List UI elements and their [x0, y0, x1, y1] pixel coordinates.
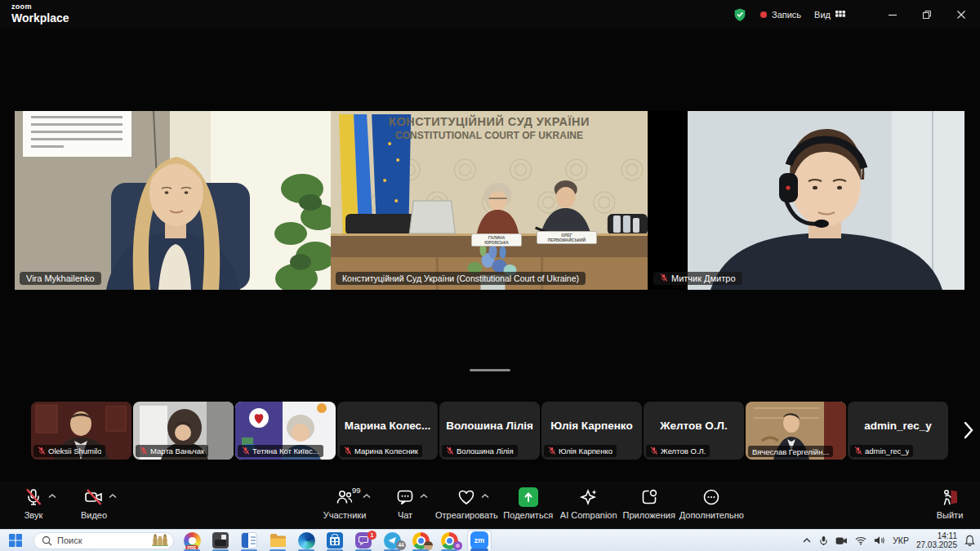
nameplate-yurovska: ГАЛИНАЮРОВСЬКА — [471, 233, 522, 247]
minimize-button[interactable] — [882, 4, 903, 25]
muted-mic-icon — [140, 447, 148, 455]
taskbar-clock[interactable]: 14:11 27.03.2025 — [916, 531, 957, 549]
chrome-icon[interactable] — [410, 530, 431, 551]
chrome-profile2-icon[interactable] — [439, 530, 460, 551]
apps-button[interactable]: Приложения — [619, 487, 679, 520]
filmstrip-next-page-button[interactable] — [960, 412, 977, 448]
telegram-icon[interactable]: 44 — [381, 530, 403, 551]
thumb-display-name: Желтов О.Л. — [644, 402, 744, 450]
system-tray: УКР 14:11 27.03.2025 — [802, 531, 975, 549]
file-explorer-icon[interactable] — [267, 530, 288, 551]
video-tile-court-active-speaker[interactable]: КОНСТИТУЦІЙНИЙ СУД УКРАЇНИ CONSTITUTIONA… — [331, 111, 648, 290]
edge-icon[interactable] — [296, 530, 317, 551]
leave-button[interactable]: Выйти — [931, 487, 969, 520]
muted-mic-icon — [446, 447, 454, 455]
video-button[interactable]: Видео — [69, 487, 118, 520]
react-button[interactable]: Отреагировать — [435, 487, 498, 520]
chat-caret[interactable] — [420, 491, 428, 500]
restore-button[interactable] — [916, 4, 938, 25]
video-scene-dmytro — [688, 111, 964, 290]
muted-mic-slot — [548, 447, 556, 456]
muted-mic-slot — [854, 447, 862, 456]
wifi-icon[interactable] — [855, 536, 866, 545]
app-dark-icon[interactable] — [210, 530, 231, 551]
filmstrip-tile-zheltov[interactable]: Желтов О.Л. Желтов О.Л. — [644, 402, 744, 460]
filmstrip-tile-voloshyna[interactable]: Волошина Лілія Волошина Лілія — [439, 402, 540, 460]
participants-button[interactable]: 99 Участники — [314, 487, 375, 520]
thumb-name: Юлія Карпенко — [559, 447, 612, 455]
tray-camera-icon[interactable] — [835, 536, 848, 545]
thumb-name: Марина Колесник — [354, 447, 418, 455]
tray-mic-icon[interactable] — [819, 535, 828, 546]
more-button[interactable]: Дополнительно — [679, 487, 744, 520]
controls-toolbar: Звук Видео — [0, 482, 980, 529]
participant-name: Vira Mykhailenko — [26, 273, 95, 283]
zoom-app-icon[interactable]: zm — [467, 530, 492, 551]
search-icon — [42, 535, 52, 546]
zoom-workplace-logo: zoom Workplace — [11, 3, 69, 24]
muted-mic-icon — [660, 273, 668, 282]
zoom-zm-glyph: zm — [470, 531, 488, 549]
chat-icon — [395, 487, 415, 507]
muted-mic-slot — [242, 447, 250, 456]
react-label: Отреагировать — [435, 510, 498, 520]
thumb-display-name: Волошина Лілія — [439, 402, 540, 450]
notifications-bell-icon[interactable] — [964, 535, 975, 546]
security-shield-icon[interactable] — [733, 7, 747, 22]
close-button[interactable] — [951, 4, 972, 25]
apps-icon — [639, 487, 659, 507]
view-label: Вид — [814, 10, 831, 20]
filmstrip-tile-admin[interactable]: admin_rec_y admin_rec_y — [848, 402, 948, 460]
more-label: Дополнительно — [679, 510, 744, 520]
muted-mic-icon — [344, 447, 352, 455]
filmstrip-tile-viacheslav[interactable]: Вячеслав Гергелійн... — [746, 402, 846, 460]
share-button[interactable]: Поделиться — [498, 487, 559, 520]
hidden-icons-chevron[interactable] — [802, 537, 812, 544]
store-icon[interactable] — [324, 530, 345, 551]
audio-button[interactable]: Звук — [9, 487, 58, 520]
taskbar-search[interactable]: Поиск — [33, 532, 174, 549]
volume-icon[interactable] — [874, 535, 885, 545]
recording-indicator[interactable]: Запись — [760, 10, 801, 20]
muted-mic-slot — [344, 447, 352, 456]
chevron-up-icon — [420, 494, 428, 499]
filmstrip-tile-oleksii[interactable]: Oleksii Shumilo — [31, 402, 131, 460]
view-button[interactable]: Вид — [814, 9, 846, 20]
audio-options-caret[interactable] — [48, 491, 56, 500]
video-label: Видео — [81, 510, 107, 520]
chat-label: Чат — [398, 510, 412, 520]
camera-muted-icon — [83, 487, 105, 507]
ai-companion-label: AI Companion — [560, 510, 617, 520]
start-button[interactable] — [5, 530, 26, 551]
video-options-caret[interactable] — [109, 491, 117, 500]
clock-date: 27.03.2025 — [916, 540, 957, 549]
more-ellipsis-icon — [702, 487, 721, 507]
video-tile-vira[interactable]: Vira Mykhailenko — [15, 111, 331, 290]
ai-companion-button[interactable]: AI Companion — [559, 487, 619, 520]
telegram-badge: 44 — [396, 540, 406, 550]
windows-logo-icon — [8, 533, 23, 548]
viber-icon[interactable]: 1 — [353, 530, 374, 551]
chat-button[interactable]: Чат — [375, 487, 435, 520]
filmstrip-tile-maryna[interactable]: Марина Колес... Марина Колесник — [337, 402, 438, 460]
react-caret[interactable] — [481, 491, 489, 500]
restore-icon — [922, 10, 932, 20]
mic-muted-icon — [24, 487, 43, 507]
thumb-name: Тетяна Кот Київс... — [252, 447, 319, 455]
gallery-resize-handle[interactable] — [470, 369, 510, 371]
chevron-up-icon — [109, 494, 117, 499]
app-paint-icon[interactable]: PRE — [181, 530, 203, 551]
muted-mic-slot — [660, 273, 668, 283]
search-highlight-image[interactable] — [151, 534, 169, 547]
app-blue-icon[interactable] — [238, 530, 260, 551]
filmstrip-tile-karpenko[interactable]: Юлія Карпенко Юлія Карпенко — [541, 402, 642, 460]
gallery-view-icon — [835, 9, 846, 20]
filmstrip-tile-tetiana[interactable]: Тетяна Кот Київс... — [235, 402, 336, 460]
video-tile-dmytro[interactable]: Митчик Дмитро — [648, 111, 964, 290]
logo-zoom-text: zoom — [11, 3, 69, 11]
thumb-name: Oleksii Shumilo — [48, 447, 101, 455]
participants-caret[interactable] — [363, 491, 371, 500]
language-indicator[interactable]: УКР — [893, 535, 909, 545]
filmstrip-tile-marta[interactable]: Марта Ваньчак — [133, 402, 234, 460]
participant-name-badge: Митчик Дмитро — [653, 272, 742, 285]
